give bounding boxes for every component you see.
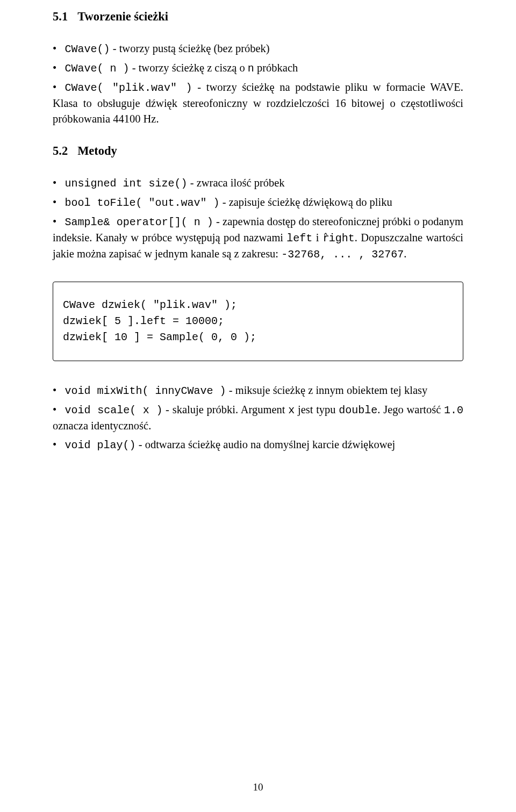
code-term: CWave( "plik.wav" ) xyxy=(65,82,192,94)
bullet-text: - zapisuje ścieżkę dźwiękową do pliku xyxy=(220,196,392,208)
bullet-icon: • xyxy=(53,214,65,230)
code-term: Sample& operator[]( n ) xyxy=(65,216,213,228)
section-heading-5-2: 5.2Metody xyxy=(53,142,463,160)
bullet-icon: • xyxy=(53,195,65,211)
code-inline: left xyxy=(286,232,312,245)
bullet-item: •unsigned int size() - zwraca ilość prób… xyxy=(53,175,463,191)
bullet-text: - zwraca ilość próbek xyxy=(188,177,285,189)
code-term: bool toFile( "out.wav" ) xyxy=(65,197,220,209)
code-inline: x xyxy=(288,404,295,416)
section-title: Metody xyxy=(77,144,117,157)
bullet-icon: • xyxy=(53,437,65,453)
code-term: void play() xyxy=(65,439,136,451)
bullet-text: - tworzy ścieżkę z ciszą o xyxy=(130,62,248,74)
code-term: void mixWith( innyCWave ) xyxy=(65,385,226,397)
bullet-icon: • xyxy=(53,60,65,76)
bullet-item: •CWave( "plik.wav" ) - tworzy ścieżkę na… xyxy=(53,80,463,127)
code-inline: r̂ight xyxy=(322,232,355,245)
section-heading-5-1: 5.1Tworzenie ścieżki xyxy=(53,8,463,26)
bullet-text: . xyxy=(404,248,406,260)
page-number: 10 xyxy=(0,780,516,795)
bullet-item: •bool toFile( "out.wav" ) - zapisuje ści… xyxy=(53,195,463,211)
code-inline: -32768, ... , 32767 xyxy=(281,248,404,261)
bullet-item: •Sample& operator[]( n ) - zapewnia dost… xyxy=(53,214,463,262)
bullet-text: - miksuje ścieżkę z innym obiektem tej k… xyxy=(226,384,428,396)
bullet-icon: • xyxy=(53,80,65,96)
bullet-icon: • xyxy=(53,41,65,57)
bullet-item: •void scale( x ) - skaluje próbki. Argum… xyxy=(53,402,463,434)
bullet-text: - skaluje próbki. Argument xyxy=(162,404,288,415)
bullet-text: jest typu xyxy=(295,404,339,415)
code-inline: n xyxy=(248,62,254,75)
code-term: unsigned int size() xyxy=(65,177,188,190)
bullet-item: •void mixWith( innyCWave ) - miksuje ści… xyxy=(53,383,463,399)
code-inline: 1.0 xyxy=(444,404,463,416)
bullet-text: próbkach xyxy=(254,62,298,74)
bullet-text: oznacza identyczność. xyxy=(53,420,151,432)
bullet-item: •CWave() - tworzy pustą ścieżkę (bez pró… xyxy=(53,41,463,57)
code-inline: double xyxy=(339,404,377,416)
bullet-text: - odtwarza ścieżkę audio na domyślnej ka… xyxy=(136,439,396,450)
bullet-text: - tworzy pustą ścieżkę (bez próbek) xyxy=(110,42,270,54)
code-term: CWave() xyxy=(65,43,110,55)
code-term: CWave( n ) xyxy=(65,62,130,75)
bullet-item: •void play() - odtwarza ścieżkę audio na… xyxy=(53,437,463,453)
bullet-icon: • xyxy=(53,383,65,399)
code-term: void scale( x ) xyxy=(65,404,163,416)
code-block: CWave dzwiek( "plik.wav" ); dzwiek[ 5 ].… xyxy=(53,282,463,361)
bullet-text: i xyxy=(312,232,322,243)
page: 5.1Tworzenie ścieżki •CWave() - tworzy p… xyxy=(0,0,516,812)
bullet-item: •CWave( n ) - tworzy ścieżkę z ciszą o n… xyxy=(53,60,463,76)
section-number: 5.2 xyxy=(53,144,68,157)
bullet-text: . Jego wartość xyxy=(377,404,444,415)
section-number: 5.1 xyxy=(53,10,68,23)
bullet-icon: • xyxy=(53,402,65,418)
section-title: Tworzenie ścieżki xyxy=(77,10,168,23)
bullet-icon: • xyxy=(53,175,65,191)
